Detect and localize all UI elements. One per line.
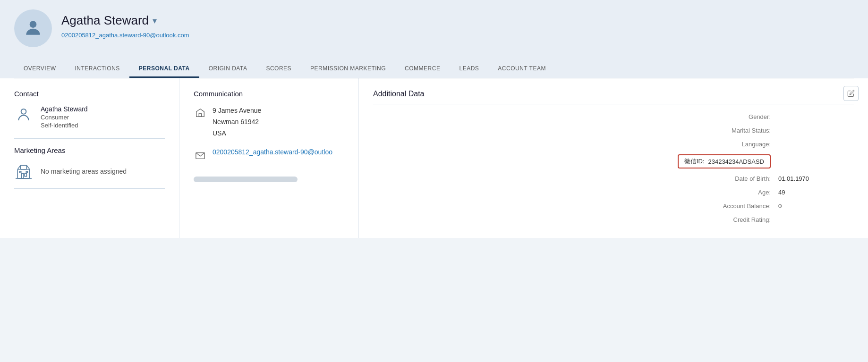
credit-row: Credit Rating: bbox=[373, 213, 854, 227]
contact-section-title: Contact bbox=[14, 90, 165, 98]
contact-name: Agatha Steward bbox=[41, 105, 88, 113]
address-lines: 9 James Avenue Newman 61942 USA bbox=[213, 105, 261, 139]
person-icon bbox=[23, 17, 43, 40]
tab-commerce[interactable]: COMMERCE bbox=[395, 60, 450, 78]
edit-button[interactable] bbox=[843, 86, 859, 101]
dob-value: 01.01.1970 bbox=[778, 175, 854, 182]
age-row: Age: 49 bbox=[373, 185, 854, 199]
svg-rect-8 bbox=[20, 171, 21, 173]
age-value: 49 bbox=[778, 189, 854, 196]
svg-rect-9 bbox=[26, 171, 27, 173]
marketing-section-title: Marketing Areas bbox=[14, 146, 165, 154]
svg-rect-11 bbox=[199, 114, 202, 117]
contact-sub: Self-Identified bbox=[41, 122, 88, 129]
navigation-tabs: OVERVIEW INTERACTIONS PERSONAL DATA ORIG… bbox=[14, 60, 854, 78]
dob-row: Date of Birth: 01.01.1970 bbox=[373, 172, 854, 185]
balance-value: 0 bbox=[778, 202, 854, 210]
tab-scores[interactable]: SCORES bbox=[256, 60, 301, 78]
additional-data-title: Additional Data bbox=[373, 90, 854, 104]
tab-overview[interactable]: OVERVIEW bbox=[14, 60, 65, 78]
svg-rect-6 bbox=[22, 173, 24, 178]
profile-name: Agatha Steward ▾ bbox=[61, 13, 189, 28]
tab-personal-data[interactable]: PERSONAL DATA bbox=[129, 60, 199, 78]
wechat-box: 微信ID: 234234234ADSASD bbox=[678, 154, 771, 168]
address-line1: 9 James Avenue bbox=[213, 105, 261, 117]
language-label: Language: bbox=[709, 141, 771, 148]
middle-panel: Communication 9 James Avenue Newman 6194… bbox=[179, 78, 359, 238]
comm-section-title: Communication bbox=[194, 90, 344, 98]
address-line2: Newman 61942 bbox=[213, 117, 261, 128]
right-panel: Additional Data Gender: Marital Status: … bbox=[359, 78, 868, 238]
profile-info: Agatha Steward ▾ 0200205812_agatha.stewa… bbox=[61, 9, 189, 39]
chevron-down-icon[interactable]: ▾ bbox=[153, 16, 157, 26]
balance-label: Account Balance: bbox=[709, 202, 771, 210]
address-line3: USA bbox=[213, 128, 261, 139]
svg-rect-3 bbox=[21, 165, 27, 169]
gender-row: Gender: bbox=[373, 110, 854, 124]
contact-person-icon bbox=[14, 105, 33, 124]
no-marketing-text: No marketing areas assigned bbox=[41, 168, 127, 175]
name-text: Agatha Steward bbox=[61, 13, 149, 28]
wechat-value: 234234234ADSASD bbox=[708, 158, 764, 165]
dob-label: Date of Birth: bbox=[709, 175, 771, 182]
tab-leads[interactable]: LEADS bbox=[450, 60, 488, 78]
language-row: Language: bbox=[373, 137, 854, 151]
tab-origin-data[interactable]: ORIGIN DATA bbox=[199, 60, 257, 78]
building-icon bbox=[14, 162, 33, 181]
age-label: Age: bbox=[709, 189, 771, 196]
balance-row: Account Balance: 0 bbox=[373, 199, 854, 213]
credit-label: Credit Rating: bbox=[709, 216, 771, 223]
contact-item: Agatha Steward Consumer Self-Identified bbox=[14, 105, 165, 129]
home-icon bbox=[194, 106, 207, 119]
wechat-label: 微信ID: bbox=[684, 157, 705, 166]
marital-row: Marital Status: bbox=[373, 124, 854, 137]
email-link[interactable]: 0200205812_agatha.steward-90@outlook.com bbox=[61, 32, 189, 39]
tab-account-team[interactable]: ACCOUNT TEAM bbox=[488, 60, 555, 78]
marketing-item: No marketing areas assigned bbox=[14, 162, 165, 181]
address-block: 9 James Avenue Newman 61942 USA bbox=[194, 105, 344, 139]
svg-point-0 bbox=[30, 21, 37, 28]
comm-email-link[interactable]: 0200205812_agatha.steward-90@outloo bbox=[213, 148, 332, 156]
contact-type: Consumer bbox=[41, 114, 88, 121]
scrollbar[interactable] bbox=[194, 177, 298, 182]
divider-2 bbox=[14, 188, 165, 189]
marital-label: Marital Status: bbox=[709, 127, 771, 134]
tab-interactions[interactable]: INTERACTIONS bbox=[65, 60, 129, 78]
email-icon bbox=[194, 149, 207, 162]
gender-label: Gender: bbox=[709, 113, 771, 120]
email-block: 0200205812_agatha.steward-90@outloo bbox=[194, 148, 344, 162]
divider-1 bbox=[14, 138, 165, 139]
wechat-row: 微信ID: 234234234ADSASD bbox=[373, 151, 854, 172]
svg-rect-7 bbox=[25, 173, 26, 176]
left-panel: Contact Agatha Steward Consumer Self-Ide… bbox=[0, 78, 179, 238]
contact-details: Agatha Steward Consumer Self-Identified bbox=[41, 105, 88, 129]
svg-point-1 bbox=[21, 109, 26, 114]
avatar bbox=[14, 9, 52, 47]
tab-permission-marketing[interactable]: PERMISSION MARKETING bbox=[301, 60, 395, 78]
svg-line-5 bbox=[26, 165, 29, 169]
svg-line-4 bbox=[17, 165, 20, 169]
